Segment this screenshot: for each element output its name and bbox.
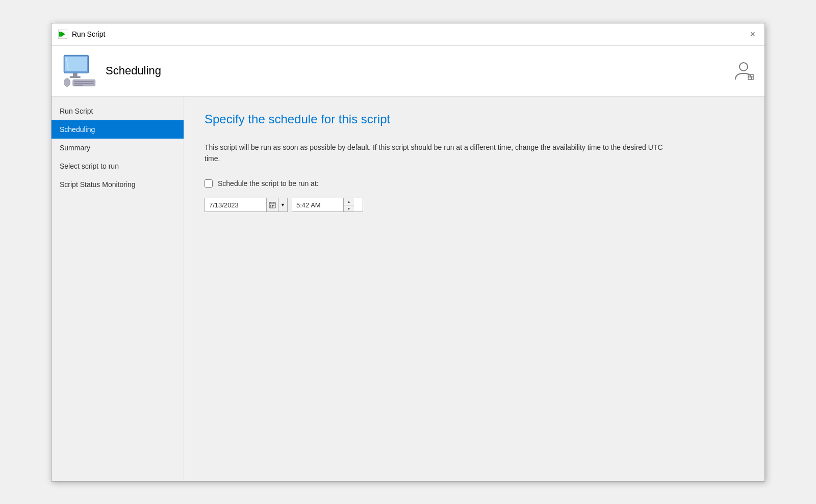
svg-rect-8	[74, 81, 94, 82]
svg-rect-23	[273, 205, 274, 206]
user-icon	[733, 60, 754, 82]
schedule-checkbox[interactable]	[205, 179, 213, 188]
checkbox-row: Schedule the script to be run at:	[205, 179, 744, 188]
time-spin-down-button[interactable]: ▼	[344, 205, 354, 212]
time-spin-up-button[interactable]: ▲	[344, 198, 354, 205]
datetime-row: ▼ ▲ ▼	[205, 198, 744, 212]
svg-rect-5	[73, 73, 78, 76]
time-input[interactable]	[292, 200, 343, 210]
svg-rect-6	[70, 76, 81, 78]
sidebar-item-script-status[interactable]: Script Status Monitoring	[52, 175, 184, 194]
run-script-title-icon	[58, 29, 68, 39]
content-title: Specify the schedule for this script	[205, 112, 744, 126]
date-field: ▼	[205, 198, 288, 212]
time-field: ▲ ▼	[292, 198, 363, 212]
svg-rect-24	[270, 206, 271, 207]
description-text: This script will be run as soon as possi…	[205, 142, 664, 165]
content-area: Specify the schedule for this script Thi…	[184, 97, 764, 481]
svg-rect-9	[74, 83, 94, 84]
sidebar-item-run-script[interactable]: Run Script	[52, 102, 184, 120]
header-title: Scheduling	[106, 64, 161, 77]
title-bar-text: Run Script	[72, 30, 105, 38]
header-section: Scheduling	[52, 46, 764, 97]
svg-rect-22	[272, 205, 273, 206]
close-button[interactable]: ×	[747, 29, 758, 40]
computer-icon	[62, 53, 97, 89]
main-content: Run Script Scheduling Summary Select scr…	[52, 97, 764, 481]
svg-point-14	[740, 63, 748, 71]
sidebar-item-scheduling[interactable]: Scheduling	[52, 120, 184, 139]
sidebar-item-select-script[interactable]: Select script to run	[52, 157, 184, 175]
date-input[interactable]	[205, 200, 266, 210]
svg-rect-25	[272, 206, 273, 207]
sidebar: Run Script Scheduling Summary Select scr…	[52, 97, 184, 481]
date-dropdown-button[interactable]: ▼	[278, 198, 287, 211]
title-bar: Run Script ×	[52, 23, 764, 46]
svg-rect-10	[74, 85, 84, 86]
calendar-icon-button[interactable]	[267, 198, 278, 211]
schedule-checkbox-label: Schedule the script to be run at:	[218, 179, 319, 188]
date-field-buttons: ▼	[266, 198, 287, 211]
svg-rect-21	[270, 205, 271, 206]
sidebar-item-summary[interactable]: Summary	[52, 139, 184, 157]
svg-rect-2	[59, 32, 61, 37]
header-left: Scheduling	[62, 53, 161, 89]
time-spinner: ▲ ▼	[343, 198, 354, 211]
run-script-dialog: Run Script ×	[51, 23, 765, 482]
title-bar-left: Run Script	[58, 29, 105, 39]
